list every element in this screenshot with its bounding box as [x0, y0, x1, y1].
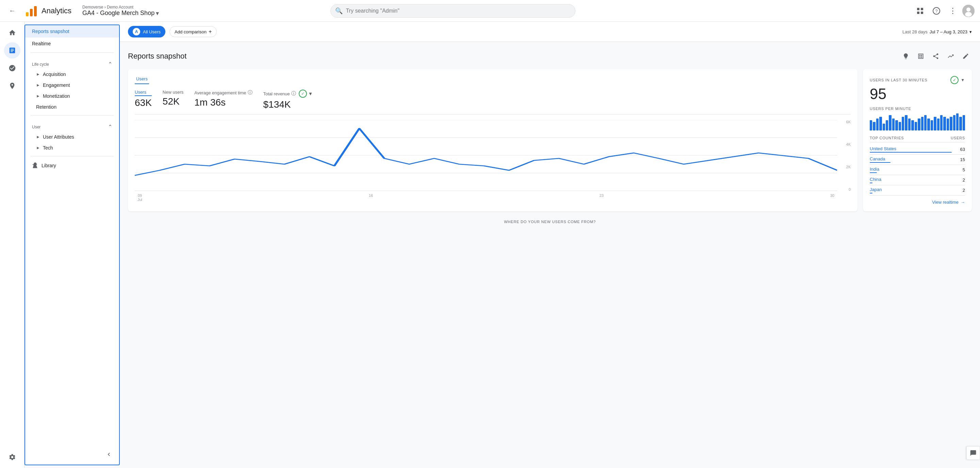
date-range-selector[interactable]: Last 28 days Jul 7 – Aug 3, 2023 ▾	[902, 29, 972, 34]
library-icon	[32, 163, 38, 169]
user-section[interactable]: User ⌃	[25, 118, 119, 131]
sidebar-item-reports[interactable]	[4, 42, 21, 59]
add-comparison-button[interactable]: Add comparison +	[169, 26, 217, 37]
svg-text:?: ?	[935, 8, 938, 13]
collapse-icon	[105, 451, 112, 458]
lifecycle-section[interactable]: Life cycle ⌃	[25, 56, 119, 69]
insights-icon	[8, 64, 16, 72]
top-countries-label: TOP COUNTRIES	[870, 136, 904, 140]
customize-report-button[interactable]	[915, 50, 927, 62]
mini-bar-item	[908, 118, 911, 131]
all-users-chip[interactable]: A All Users	[128, 26, 165, 37]
acquisition-label: Acquisition	[43, 72, 66, 77]
bottom-section: WHERE DO YOUR NEW USERS COME FROM?	[128, 220, 972, 224]
nav-item-reports-snapshot[interactable]: Reports snapshot	[25, 25, 119, 37]
avg-engagement-metric: Average engagement time ⓘ 1m 36s	[194, 89, 252, 110]
header-actions: ? ⋮	[913, 4, 975, 18]
back-button[interactable]: ←	[5, 4, 19, 18]
share-button[interactable]	[930, 50, 942, 62]
x-label-23: 23	[600, 193, 604, 202]
svg-rect-5	[917, 11, 920, 14]
retention-label: Retention	[36, 104, 56, 110]
mini-bar-item	[953, 115, 956, 131]
nav-item-acquisition[interactable]: ► Acquisition	[25, 69, 119, 80]
mini-bar-item	[937, 118, 940, 131]
country-name[interactable]: India	[870, 166, 879, 172]
nav-item-realtime[interactable]: Realtime	[25, 37, 119, 50]
mini-bar-item	[950, 117, 952, 131]
date-range-value: Jul 7 – Aug 3, 2023	[930, 29, 967, 34]
trend-button[interactable]	[945, 50, 957, 62]
lifecycle-chevron: ⌃	[108, 61, 112, 67]
account-selector[interactable]: GA4 - Google Merch Shop ▾	[82, 10, 159, 17]
mini-bar-item	[911, 120, 914, 131]
total-revenue-value: $134K	[263, 99, 313, 110]
apps-button[interactable]	[913, 4, 927, 18]
sidebar-item-home[interactable]	[4, 24, 21, 41]
users-value: 63K	[135, 97, 152, 108]
mini-bar-item	[921, 117, 924, 131]
svg-rect-2	[34, 6, 37, 16]
country-name[interactable]: Canada	[870, 157, 885, 161]
chart-x-labels: 09Jul 16 23 30	[135, 193, 837, 202]
help-button[interactable]: ?	[930, 4, 943, 18]
nav-item-user-attributes[interactable]: ► User Attributes	[25, 131, 119, 142]
help-icon: ?	[933, 7, 940, 14]
realtime-status: ✓ ▼	[950, 76, 965, 84]
more-options-button[interactable]: ⋮	[946, 4, 959, 18]
country-name[interactable]: China	[870, 177, 881, 182]
mini-bar-chart	[870, 113, 965, 131]
y-label-6k: 6K	[846, 120, 851, 124]
avg-engagement-help[interactable]: ⓘ	[248, 89, 253, 96]
feedback-button[interactable]	[966, 446, 980, 460]
main-layout: Reports snapshot Realtime Life cycle ⌃ ►…	[0, 22, 980, 468]
nav-item-monetization[interactable]: ► Monetization	[25, 91, 119, 102]
users-30min-header: USERS IN LAST 30 MINUTES ✓ ▼	[870, 76, 965, 84]
mini-bar-item	[892, 118, 894, 131]
country-users: 5	[963, 167, 965, 173]
sidebar-item-settings[interactable]	[4, 449, 21, 465]
nav-item-retention[interactable]: Retention	[25, 102, 119, 112]
sidebar-item-insights[interactable]	[4, 60, 21, 76]
mini-bar-item	[963, 115, 965, 131]
mini-bar-item	[915, 122, 917, 131]
users-col-label: USERS	[951, 136, 965, 140]
x-label-09-jul: 09Jul	[137, 193, 142, 202]
country-row: United States 63	[870, 144, 965, 155]
search-bar: 🔍	[331, 4, 576, 18]
avatar[interactable]	[962, 5, 975, 17]
edit-button[interactable]	[959, 50, 972, 62]
home-icon	[8, 29, 16, 37]
advertising-icon	[8, 82, 16, 89]
avg-engagement-label: Average engagement time ⓘ	[194, 89, 252, 96]
users-tab[interactable]: Users	[135, 76, 149, 84]
nav-item-engagement[interactable]: ► Engagement	[25, 80, 119, 91]
realtime-dropdown[interactable]: ▼	[961, 78, 965, 82]
view-realtime-link[interactable]: View realtime →	[870, 200, 965, 205]
mini-bar-item	[899, 122, 901, 131]
view-realtime-label: View realtime	[932, 200, 959, 205]
user-attributes-arrow: ►	[36, 134, 40, 139]
trending-icon	[947, 53, 954, 60]
search-icon: 🔍	[335, 7, 343, 14]
nav-item-library[interactable]: Library	[25, 159, 119, 172]
country-name[interactable]: United States	[870, 146, 896, 151]
country-bar	[870, 162, 891, 163]
icon-sidebar	[0, 22, 24, 468]
nav-item-tech[interactable]: ► Tech	[25, 142, 119, 153]
reports-icon	[8, 47, 16, 54]
revenue-status-icon: ✓	[299, 89, 307, 98]
revenue-dropdown[interactable]: ▼	[308, 91, 313, 96]
view-realtime-arrow: →	[961, 200, 965, 205]
reports-header: Reports snapshot	[128, 50, 972, 62]
country-name[interactable]: Japan	[870, 187, 882, 192]
sidebar-item-advertising[interactable]	[4, 78, 21, 94]
sidebar-collapse-button[interactable]	[103, 448, 115, 460]
revenue-help[interactable]: ⓘ	[291, 91, 296, 97]
search-input[interactable]	[331, 4, 576, 18]
insights-button[interactable]	[900, 50, 912, 62]
divider-1	[30, 53, 114, 53]
engagement-label: Engagement	[43, 82, 70, 88]
users-label: Users	[135, 89, 152, 96]
mini-bar-item	[883, 124, 885, 131]
